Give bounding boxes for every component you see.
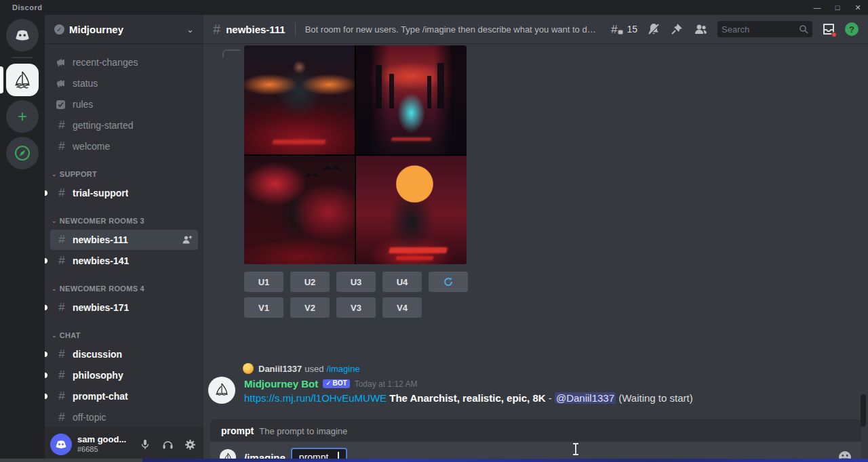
- reply-username[interactable]: Daniil1337: [258, 364, 302, 374]
- reply-context[interactable]: Daniil1337 used /imagine: [203, 362, 360, 375]
- v2-button[interactable]: V2: [290, 297, 330, 318]
- hash-icon: #: [56, 411, 68, 423]
- compass-icon: [14, 144, 31, 162]
- reroll-button[interactable]: [429, 272, 468, 292]
- guild-name: Midjourney: [69, 24, 182, 35]
- channel-welcome[interactable]: # welcome: [50, 136, 198, 156]
- channel-off-topic[interactable]: # off-topic: [50, 407, 198, 427]
- v1-button[interactable]: V1: [244, 297, 283, 318]
- pinned-messages-button[interactable]: [670, 22, 684, 36]
- channel-topic[interactable]: Bot room for new users. Type /imagine th…: [305, 24, 597, 35]
- channel-trial-support[interactable]: # trial-support: [50, 183, 198, 203]
- mute-microphone-button[interactable]: [137, 436, 153, 453]
- u3-button[interactable]: U3: [336, 272, 376, 292]
- user-meta[interactable]: sam good... #6685: [77, 435, 126, 454]
- channel-rules[interactable]: rules: [50, 94, 198, 114]
- section-newcomer-rooms-4[interactable]: ⌄ NEWCOMER ROOMS 4: [45, 280, 203, 297]
- minimize-button[interactable]: —: [807, 0, 827, 15]
- threads-button[interactable]: # 15: [610, 22, 637, 36]
- notification-settings-button[interactable]: [647, 22, 660, 36]
- megaphone-icon: [56, 57, 68, 68]
- section-support[interactable]: ⌄ SUPPORT: [45, 166, 203, 182]
- header-toolbar: # 15: [610, 21, 859, 37]
- bot-avatar[interactable]: [208, 377, 235, 404]
- reply-action: used: [304, 364, 323, 374]
- app-title: Discord: [12, 3, 42, 12]
- reply-command[interactable]: /imagine: [327, 364, 360, 374]
- message-area: U1 U2 U3 U4 V1 V2 V3 V4 Daniil1337 used …: [203, 43, 868, 462]
- variation-button-row: V1 V2 V3 V4: [244, 297, 422, 318]
- job-status: (Waiting to start): [618, 392, 692, 404]
- section-newcomer-rooms-3[interactable]: ⌄ NEWCOMER ROOMS 3: [45, 213, 203, 229]
- channel-getting-started[interactable]: # getting-started: [50, 115, 198, 135]
- u4-button[interactable]: U4: [382, 272, 422, 292]
- channel-newbies-111[interactable]: # newbies-111: [50, 230, 198, 250]
- add-server-button[interactable]: +: [6, 100, 39, 133]
- user-avatar[interactable]: [50, 434, 72, 455]
- discord-logo-icon: [54, 438, 68, 451]
- gear-icon: [184, 439, 196, 450]
- reply-user-avatar[interactable]: [243, 363, 254, 374]
- help-button[interactable]: ?: [845, 22, 859, 36]
- reply-spine: [222, 49, 240, 58]
- channel-sidebar: ✓ Midjourney ⌄ recent-changes status rul…: [45, 15, 203, 462]
- generated-image-3[interactable]: [244, 156, 355, 265]
- discord-logo-icon: [14, 26, 31, 44]
- section-chat[interactable]: ⌄ CHAT: [45, 327, 203, 343]
- user-settings-button[interactable]: [182, 436, 198, 453]
- channel-recent-changes[interactable]: recent-changes: [50, 52, 198, 72]
- guild-header[interactable]: ✓ Midjourney ⌄: [45, 15, 203, 43]
- unread-indicator: [45, 305, 47, 310]
- header-divider: [295, 22, 296, 36]
- generated-image-4[interactable]: [356, 156, 467, 265]
- megaphone-icon: [56, 78, 68, 89]
- unread-indicator: [45, 352, 47, 357]
- member-list-button[interactable]: [693, 22, 708, 36]
- chat-scrollbar-thumb[interactable]: [861, 394, 866, 427]
- channel-status[interactable]: status: [50, 73, 198, 93]
- server-icon-midjourney[interactable]: [6, 64, 39, 96]
- selected-server-pill: [0, 66, 3, 93]
- dash-separator: -: [549, 392, 552, 404]
- channel-prompt-chat[interactable]: # prompt-chat: [50, 386, 198, 406]
- deafen-button[interactable]: [159, 436, 176, 453]
- hash-icon: #: [56, 369, 68, 381]
- generated-image-grid[interactable]: [244, 45, 467, 264]
- chevron-down-icon: ⌄: [52, 285, 57, 292]
- explore-servers-button[interactable]: [6, 137, 39, 169]
- headphones-icon: [162, 439, 174, 450]
- notification-dot: [831, 32, 837, 37]
- maximize-button[interactable]: □: [827, 0, 848, 15]
- v4-button[interactable]: V4: [382, 297, 422, 318]
- bot-username[interactable]: Midjourney Bot: [244, 378, 318, 390]
- u2-button[interactable]: U2: [290, 272, 330, 292]
- hash-icon: #: [56, 140, 68, 152]
- channel-discussion[interactable]: # discussion: [50, 344, 198, 364]
- chevron-down-icon: ⌄: [52, 171, 57, 177]
- inbox-button[interactable]: [822, 22, 835, 36]
- members-icon: [693, 22, 708, 36]
- v3-button[interactable]: V3: [336, 297, 376, 318]
- search-input[interactable]: Search: [717, 21, 812, 37]
- u1-button[interactable]: U1: [244, 272, 283, 292]
- channel-newbies-171[interactable]: # newbies-171: [50, 297, 198, 318]
- server-rail: +: [0, 15, 45, 462]
- reroll-icon: [443, 276, 454, 287]
- generated-image-1[interactable]: [244, 45, 355, 154]
- main-panel: # newbies-111 Bot room for new users. Ty…: [203, 15, 868, 462]
- microphone-icon: [140, 439, 151, 450]
- sailboat-icon: [213, 381, 231, 399]
- job-link[interactable]: https://s.mj.run/l1OHvEuMUWE: [244, 392, 387, 404]
- unread-indicator: [45, 258, 47, 264]
- channel-newbies-141[interactable]: # newbies-141: [50, 251, 198, 271]
- slash-option-row[interactable]: prompt The prompt to imagine: [210, 420, 861, 442]
- hash-chat-icon: #: [56, 390, 68, 402]
- user-mention[interactable]: @Daniil1337: [555, 392, 616, 404]
- composer-wrap: prompt The prompt to imagine /imagine pr…: [210, 420, 861, 462]
- home-button[interactable]: [6, 19, 39, 51]
- generated-image-2[interactable]: [356, 45, 467, 154]
- channel-philosophy[interactable]: # philosophy: [50, 365, 198, 385]
- search-placeholder: Search: [722, 24, 799, 35]
- close-button[interactable]: ✕: [848, 0, 868, 15]
- create-invite-icon[interactable]: [182, 234, 193, 245]
